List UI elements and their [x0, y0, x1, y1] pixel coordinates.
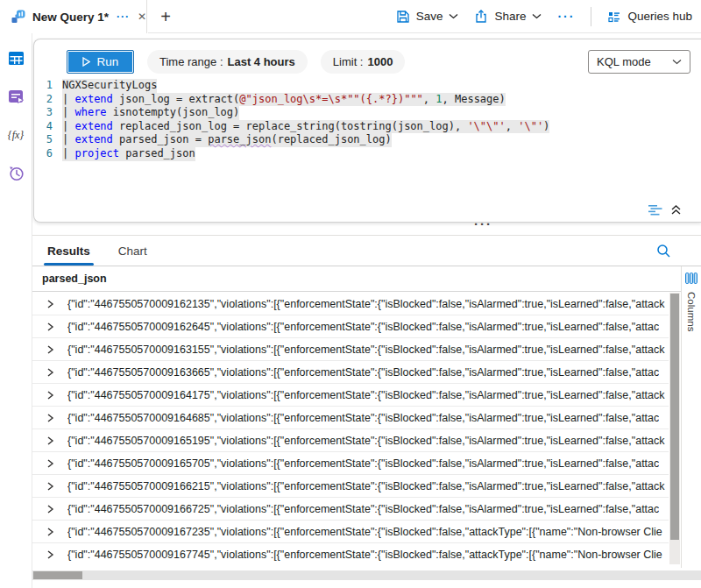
- line-number: 6: [34, 147, 62, 161]
- table-row[interactable]: {"id":"4467550570009166215","violations"…: [32, 475, 669, 498]
- query-editor-panel: Run Time range : Last 4 hours Limit : 10…: [33, 39, 701, 223]
- results-panel: Results Chart parsed_json {"id":"4467550…: [32, 235, 701, 588]
- table-row[interactable]: {"id":"4467550570009166725","violations"…: [32, 498, 669, 521]
- table-row[interactable]: {"id":"4467550570009162135","violations"…: [32, 293, 669, 315]
- table-row[interactable]: {"id":"4467550570009167235","violations"…: [32, 521, 669, 543]
- code-text: | extend replaced_json_log = replace_str…: [62, 120, 549, 134]
- code-line[interactable]: 1NGXSecurityLogs: [34, 79, 701, 93]
- tab-title: New Query 1*: [32, 11, 109, 24]
- expand-row-icon[interactable]: [46, 322, 54, 331]
- table-row[interactable]: {"id":"4467550570009162645","violations"…: [32, 315, 669, 338]
- column-header-parsed-json: parsed_json: [42, 273, 107, 285]
- code-line[interactable]: 2| extend json_log = extract(@"json_log\…: [34, 93, 701, 107]
- expand-row-icon[interactable]: [46, 414, 54, 422]
- expand-row-icon[interactable]: [46, 300, 54, 308]
- save-button[interactable]: Save: [396, 10, 459, 24]
- tab-bar: New Query 1* ··· ✕ + Save: [0, 0, 701, 33]
- new-tab-button[interactable]: +: [154, 5, 177, 28]
- code-line[interactable]: 3| where isnotempty(json_log): [34, 106, 701, 120]
- materialized-views-icon[interactable]: [6, 87, 25, 106]
- time-range-value: Last 4 hours: [228, 55, 295, 68]
- line-number: 5: [34, 133, 62, 147]
- parsed-json-cell: {"id":"4467550570009167235","violations"…: [67, 526, 662, 538]
- horizontal-scrollbar[interactable]: [32, 570, 701, 580]
- vertical-scrollbar[interactable]: [669, 293, 680, 564]
- expand-row-icon[interactable]: [46, 391, 54, 400]
- code-text: | where isnotempty(json_log): [62, 106, 239, 120]
- collapse-editor-icon[interactable]: [670, 204, 682, 216]
- editor-corner-actions: [648, 204, 682, 216]
- chevron-down-icon: [672, 59, 682, 65]
- share-button[interactable]: Share: [474, 10, 542, 24]
- columns-icon: [685, 273, 697, 284]
- code-text: | extend json_log = extract(@"json_log\s…: [62, 93, 506, 107]
- run-label: Run: [97, 55, 119, 68]
- more-actions-button[interactable]: ···: [557, 10, 575, 24]
- expand-row-icon[interactable]: [46, 505, 54, 514]
- search-icon[interactable]: [656, 244, 671, 259]
- line-number: 1: [34, 79, 62, 93]
- vertical-scrollbar-thumb[interactable]: [670, 294, 679, 540]
- table-row[interactable]: {"id":"4467550570009167745","violations"…: [32, 543, 669, 564]
- table-row[interactable]: {"id":"4467550570009163155","violations"…: [32, 338, 669, 361]
- functions-icon[interactable]: {fx}: [6, 125, 25, 145]
- editor-toolbar: Run Time range : Last 4 hours Limit : 10…: [34, 39, 701, 74]
- code-line[interactable]: 4| extend replaced_json_log = replace_st…: [34, 120, 701, 134]
- time-range-label: Time range :: [159, 55, 223, 68]
- time-range-pill[interactable]: Time range : Last 4 hours: [147, 50, 308, 74]
- columns-side-panel[interactable]: Columns: [681, 266, 701, 568]
- query-tab[interactable]: New Query 1* ··· ✕: [0, 0, 147, 33]
- parsed-json-cell: {"id":"4467550570009162645","violations"…: [67, 321, 659, 333]
- limit-value: 1000: [367, 55, 393, 68]
- columns-panel-label: Columns: [686, 292, 697, 331]
- tab-close-icon[interactable]: ✕: [136, 9, 148, 25]
- save-icon: [396, 10, 410, 24]
- code-text: NGXSecurityLogs: [62, 79, 157, 93]
- code-line[interactable]: 5| extend parsed_json = parse_json(repla…: [34, 133, 701, 147]
- tab-results[interactable]: Results: [44, 236, 94, 266]
- run-button[interactable]: Run: [67, 50, 134, 74]
- tab-chart-label: Chart: [118, 244, 147, 258]
- tables-icon[interactable]: [6, 48, 25, 67]
- results-grid: {"id":"4467550570009162135","violations"…: [32, 293, 669, 564]
- tabbar-divider: [148, 32, 701, 33]
- tab-chart[interactable]: Chart: [115, 236, 151, 266]
- divider: [591, 7, 591, 26]
- table-row[interactable]: {"id":"4467550570009164175","violations"…: [32, 384, 669, 407]
- table-row[interactable]: {"id":"4467550570009165705","violations"…: [32, 452, 669, 475]
- expand-row-icon[interactable]: [46, 528, 54, 536]
- chevron-down-icon: [532, 13, 542, 19]
- tab-results-label: Results: [47, 244, 90, 258]
- line-number: 3: [34, 106, 62, 120]
- column-header-row[interactable]: parsed_json: [32, 266, 701, 292]
- parsed-json-cell: {"id":"4467550570009166725","violations"…: [67, 503, 659, 515]
- table-row[interactable]: {"id":"4467550570009163665","violations"…: [32, 361, 669, 384]
- parsed-json-cell: {"id":"4467550570009165705","violations"…: [67, 457, 659, 470]
- horizontal-scrollbar-thumb[interactable]: [33, 571, 82, 579]
- tab-more-icon[interactable]: ···: [117, 11, 130, 23]
- code-lines[interactable]: 1NGXSecurityLogs2| extend json_log = ext…: [34, 79, 701, 161]
- table-row[interactable]: {"id":"4467550570009165195","violations"…: [32, 429, 669, 452]
- query-history-icon[interactable]: [6, 164, 25, 183]
- play-icon: [82, 57, 90, 67]
- queries-hub-button[interactable]: Queries hub: [607, 10, 692, 24]
- parsed-json-cell: {"id":"4467550570009163665","violations"…: [67, 366, 659, 379]
- table-row[interactable]: {"id":"4467550570009164685","violations"…: [32, 407, 669, 429]
- expand-row-icon[interactable]: [46, 550, 54, 559]
- panel-resize-handle[interactable]: ···: [474, 216, 492, 231]
- parsed-json-cell: {"id":"4467550570009164175","violations"…: [67, 389, 665, 401]
- parsed-json-cell: {"id":"4467550570009164685","violations"…: [67, 412, 659, 424]
- code-line[interactable]: 6| project parsed_json: [34, 147, 701, 161]
- parsed-json-cell: {"id":"4467550570009163155","violations"…: [67, 344, 665, 356]
- expand-row-icon[interactable]: [46, 482, 54, 491]
- expand-row-icon[interactable]: [46, 459, 54, 468]
- kql-mode-value: KQL mode: [597, 55, 651, 68]
- expand-row-icon[interactable]: [46, 368, 54, 377]
- parsed-json-cell: {"id":"4467550570009165195","violations"…: [67, 435, 665, 447]
- limit-pill[interactable]: Limit : 1000: [321, 50, 406, 74]
- parsed-json-cell: {"id":"4467550570009166215","violations"…: [67, 480, 665, 492]
- expand-row-icon[interactable]: [46, 345, 54, 354]
- format-query-icon[interactable]: [648, 204, 662, 216]
- kql-mode-select[interactable]: KQL mode: [588, 50, 690, 74]
- expand-row-icon[interactable]: [46, 436, 54, 445]
